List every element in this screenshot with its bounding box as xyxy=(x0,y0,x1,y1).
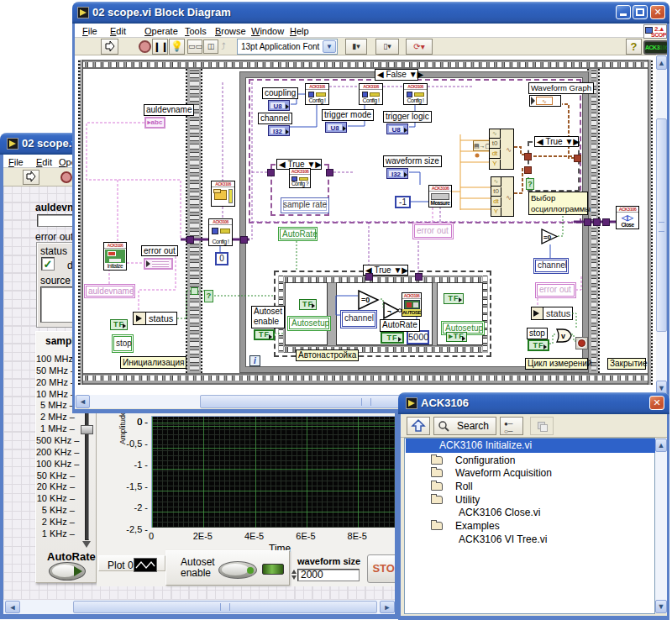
svg-text:=0: =0 xyxy=(361,296,370,304)
svg-text:=0: =0 xyxy=(543,234,552,241)
